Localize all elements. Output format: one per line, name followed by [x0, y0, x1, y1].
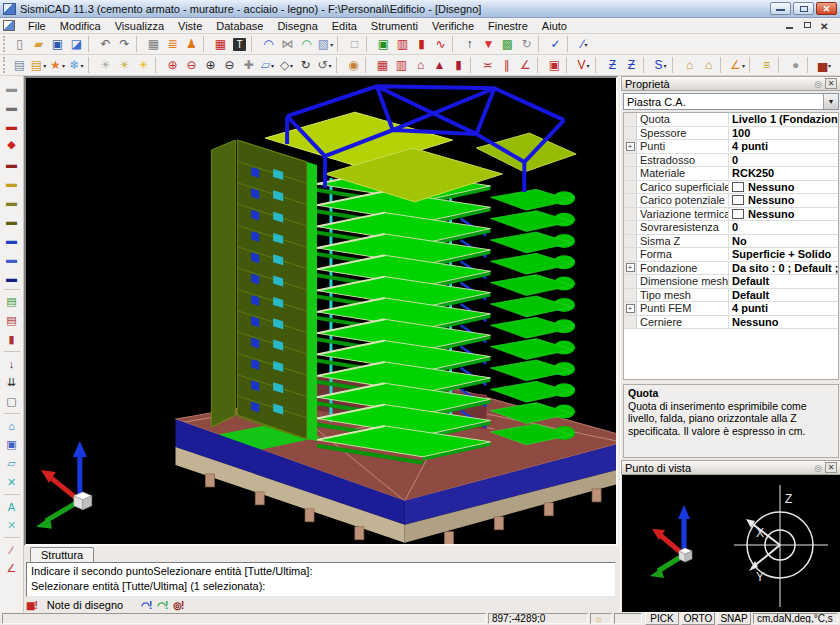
minimize-button[interactable]: [770, 2, 791, 15]
expand-toggle-icon[interactable]: +: [624, 262, 637, 275]
orto-toggle-button[interactable]: ORTO: [681, 612, 715, 625]
open-folder-icon[interactable]: ▰: [29, 35, 48, 53]
property-value[interactable]: Nessuno: [729, 316, 838, 328]
menu-verifiche[interactable]: Verifiche: [425, 19, 481, 33]
viewpoint-canvas[interactable]: Z X Y: [622, 475, 840, 612]
property-row-estradosso[interactable]: Estradosso0: [624, 154, 838, 168]
text-style-icon[interactable]: T: [230, 35, 249, 53]
property-value[interactable]: 0: [729, 154, 838, 166]
check-blue-icon[interactable]: ◠!: [141, 600, 151, 611]
zoom-in-icon[interactable]: ⊕: [201, 56, 220, 74]
search-notes-icon[interactable]: ◎!: [173, 600, 183, 611]
property-row-carico-potenziale[interactable]: Carico potenzialeNessuno: [624, 194, 838, 208]
light-mid-icon[interactable]: ☀: [115, 56, 134, 74]
property-row-quota[interactable]: QuotaLivello 1 (Fondazion▼: [624, 113, 838, 127]
menu-finestre[interactable]: Finestre: [481, 19, 535, 33]
dropdown-arrow-icon[interactable]: ▾: [329, 62, 332, 69]
entity-type-combobox[interactable]: Piastra C.A. ▼: [623, 93, 839, 110]
dropdown-arrow-icon[interactable]: ▾: [585, 41, 588, 48]
beam-tool-icon[interactable]: ≍: [478, 56, 497, 74]
load-seismic-1-icon[interactable]: Ƶ: [603, 56, 622, 74]
text-annotate-icon[interactable]: A: [1, 497, 22, 516]
axis-arrow-icon[interactable]: ↑: [460, 35, 479, 53]
layer-current-icon[interactable]: ★▾: [48, 56, 67, 74]
viewpoint-compass[interactable]: Z X Y: [734, 485, 828, 607]
dropdown-arrow-icon[interactable]: ▾: [587, 62, 590, 69]
dropdown-arrow-icon[interactable]: ▾: [43, 62, 46, 69]
property-value[interactable]: Livello 1 (Fondazion▼: [729, 113, 838, 126]
panel-close-icon[interactable]: ✕: [825, 78, 837, 89]
document-icon[interactable]: [3, 20, 15, 31]
pan-hand-icon[interactable]: ✚: [239, 56, 258, 74]
arrows-down-icon[interactable]: ⇊: [1, 373, 22, 392]
chevron-down-icon[interactable]: ▼: [823, 94, 838, 109]
undo-icon[interactable]: ↶: [96, 35, 115, 53]
dimension-icon[interactable]: ✕: [1, 516, 22, 535]
property-row-cerniere[interactable]: CerniereNessuno: [624, 316, 838, 330]
tab-struttura[interactable]: Struttura: [30, 547, 94, 562]
xref-icon[interactable]: ✕: [1, 473, 22, 492]
layer-freeze-icon[interactable]: ❄▾: [67, 56, 86, 74]
property-value[interactable]: Da sito : 0 ; Default ; De: [729, 262, 838, 274]
beam-blue-icon[interactable]: ▬: [1, 230, 22, 249]
property-value[interactable]: Nessuno: [729, 181, 838, 193]
property-row-fondazione[interactable]: +FondazioneDa sito : 0 ; Default ; De: [624, 262, 838, 276]
view-frames-icon[interactable]: ▥: [392, 56, 411, 74]
line-red-icon[interactable]: ∕: [1, 540, 22, 559]
pin-icon[interactable]: ◎: [814, 463, 822, 473]
layers-icon[interactable]: ▤: [10, 56, 29, 74]
verify-check-icon[interactable]: ✓: [546, 35, 565, 53]
dropdown-arrow-icon[interactable]: ▾: [81, 62, 84, 69]
property-row-punti[interactable]: +Punti4 punti: [624, 140, 838, 154]
column-red-icon[interactable]: ▮: [1, 330, 22, 349]
light-low-icon[interactable]: ☀: [96, 56, 115, 74]
angle-tool-icon[interactable]: ∠▾: [728, 56, 747, 74]
property-row-spessore[interactable]: Spessore100: [624, 127, 838, 141]
property-row-dimensione-mesh[interactable]: Dimensione meshDefault: [624, 275, 838, 289]
panel-close-icon[interactable]: ✕: [825, 462, 837, 473]
slab-green-icon[interactable]: ▤: [1, 292, 22, 311]
property-value[interactable]: RCK250: [729, 167, 838, 179]
property-value[interactable]: 4 punti: [729, 140, 838, 152]
light-high-icon[interactable]: ☀: [134, 56, 153, 74]
panel-window-icon[interactable]: ▣: [1, 435, 22, 454]
weather-icon[interactable]: ☼: [590, 613, 612, 624]
title-bar[interactable]: SismiCAD 11.3 (cemento armato - murature…: [0, 0, 840, 18]
database-red-icon[interactable]: ▦: [211, 35, 230, 53]
dropdown-arrow-icon[interactable]: ▾: [330, 41, 333, 48]
notes-label[interactable]: Note di disegno: [41, 599, 137, 611]
view-render-icon[interactable]: ▦: [373, 56, 392, 74]
property-value[interactable]: Nessuno: [729, 208, 838, 220]
menu-viste[interactable]: Viste: [171, 19, 209, 33]
verify-menu-icon[interactable]: V▾: [574, 56, 593, 74]
property-row-carico-superficiale[interactable]: Carico superficialeNessuno: [624, 181, 838, 195]
save-copy-icon[interactable]: ◪: [67, 35, 86, 53]
checkbox[interactable]: [732, 195, 744, 205]
orbit-select-icon[interactable]: ↻: [517, 35, 536, 53]
redo-icon[interactable]: ↷: [115, 35, 134, 53]
property-row-punti-fem[interactable]: +Punti FEM4 punti: [624, 302, 838, 316]
train-load-icon[interactable]: ▅▾: [815, 56, 834, 74]
zoom-previous-icon[interactable]: ⊖: [182, 56, 201, 74]
view-column-icon[interactable]: ▮: [449, 56, 468, 74]
menu-disegna[interactable]: Disegna: [270, 19, 324, 33]
layers-stack-icon[interactable]: ≡: [757, 56, 776, 74]
beam-olive-icon[interactable]: ▬: [1, 192, 22, 211]
property-value[interactable]: Default: [729, 289, 838, 301]
slab-red-icon[interactable]: ▤: [1, 311, 22, 330]
plate-red-icon[interactable]: ◆: [1, 135, 22, 154]
plot-window-icon[interactable]: ▣: [374, 35, 393, 53]
beam-olive-2-icon[interactable]: ▬: [1, 211, 22, 230]
plate-tool-icon[interactable]: ▣: [545, 56, 564, 74]
dropdown-arrow-icon[interactable]: ▾: [290, 62, 293, 69]
arch-import-icon[interactable]: ◠: [259, 35, 278, 53]
dropdown-arrow-icon[interactable]: ▾: [664, 62, 667, 69]
beam-blue-2-icon[interactable]: ▬: [1, 249, 22, 268]
command-line[interactable]: Indicare il secondo puntoSelezionare ent…: [26, 562, 616, 597]
property-row-forma[interactable]: FormaSuperficie + Solido: [624, 248, 838, 262]
pillar-tool-icon[interactable]: ∥: [497, 56, 516, 74]
foundation-a-icon[interactable]: ⌂: [680, 56, 699, 74]
properties-panel-header[interactable]: Proprietà ◎ ✕: [621, 76, 840, 91]
zoom-out-icon[interactable]: ⊖: [220, 56, 239, 74]
menu-file[interactable]: File: [21, 19, 53, 33]
